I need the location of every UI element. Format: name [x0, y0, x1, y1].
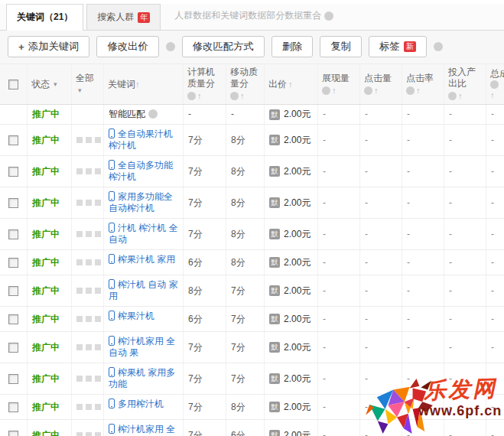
default-bid-badge: 默 — [269, 257, 280, 268]
keyword-link[interactable]: 全自动多功能榨汁机 — [109, 160, 173, 182]
ctr-value: - — [407, 109, 410, 120]
keyword-link[interactable]: 榨果汁机 家用 — [118, 254, 175, 265]
mobile-device-icon — [109, 336, 115, 346]
chevron-down-icon[interactable]: ▾ — [54, 79, 57, 90]
keyword-link[interactable]: 智能匹配 — [109, 109, 145, 119]
tag-button[interactable]: 标签 新 — [369, 36, 427, 57]
sort-asc-icon[interactable]: ↑ — [197, 90, 202, 102]
row-checkbox[interactable] — [8, 167, 18, 177]
tab-keywords[interactable]: 关键词（21） — [6, 4, 83, 31]
header-roi[interactable]: 投入产出比 ↑ — [444, 64, 486, 104]
row-checkbox[interactable] — [8, 229, 18, 239]
row-checkbox[interactable] — [8, 135, 18, 145]
platform-indicator-squares — [76, 231, 101, 237]
turnover-cell: - — [486, 275, 504, 306]
row-checkbox[interactable] — [8, 198, 18, 208]
header-scope[interactable]: 全部 ▾ — [72, 64, 104, 104]
keyword-cell: 榨汁机 自动 家用 — [104, 275, 184, 306]
roi-value: - — [449, 430, 452, 436]
header-status-label: 状态 — [31, 79, 50, 90]
row-checkbox-cell — [0, 105, 28, 124]
sort-asc-icon[interactable]: ↑ — [135, 80, 140, 89]
bid-cell: 默 2.00元 — [265, 395, 318, 419]
bid-cell: 默 2.00元 — [265, 105, 318, 124]
info-icon — [166, 42, 175, 51]
header-bid[interactable]: 出价 ↑ — [265, 64, 318, 104]
edit-match-type-button[interactable]: 修改匹配方式 — [182, 36, 265, 57]
delete-button[interactable]: 删除 — [272, 36, 314, 57]
pc-score-cell: 7分 — [184, 187, 226, 218]
default-bid-badge: 默 — [269, 166, 280, 177]
header-pc-score[interactable]: 计算机质量分 ↑ — [184, 64, 226, 104]
impressions-cell: - — [318, 156, 360, 187]
row-checkbox[interactable] — [8, 314, 18, 324]
info-icon — [364, 86, 372, 95]
header-status[interactable]: 状态 ▾ — [28, 64, 72, 104]
pc-score: 7分 — [188, 402, 203, 413]
mobile-score-cell: 8分 — [226, 219, 265, 249]
keyword-link[interactable]: 榨汁机 自动 家用 — [109, 279, 178, 301]
keyword-link[interactable]: 全自动果汁机榨汁机 — [109, 129, 173, 151]
row-checkbox[interactable] — [8, 402, 18, 412]
turnover-cell: - — [486, 307, 504, 331]
impressions-cell: - — [318, 250, 360, 275]
sort-asc-icon[interactable]: ↑ — [374, 85, 379, 96]
header-keyword-label: 关键词 — [108, 79, 135, 89]
ctr-value: - — [407, 229, 410, 240]
sort-asc-icon[interactable]: ↑ — [332, 85, 337, 96]
copy-button[interactable]: 复制 — [320, 36, 362, 57]
row-checkbox[interactable] — [8, 431, 18, 436]
ctr-cell: - — [402, 219, 444, 249]
header-ctr[interactable]: 点击率 ↑ — [402, 64, 444, 104]
tab-search-audience[interactable]: 搜索人群 年 — [86, 4, 161, 30]
keyword-link[interactable]: 多用榨汁机 — [118, 399, 164, 409]
scope-cell — [72, 156, 104, 187]
ctr-cell: - — [402, 420, 444, 436]
clicks-cell: - — [360, 125, 402, 155]
sort-asc-icon[interactable]: ↑ — [490, 89, 495, 101]
ctr-value: - — [407, 402, 410, 413]
keyword-link[interactable]: 汁机 榨汁机 全自动 — [109, 223, 178, 245]
sort-asc-icon[interactable]: ↑ — [458, 90, 463, 102]
info-icon — [434, 42, 443, 51]
add-keyword-button[interactable]: + 添加关键词 — [8, 36, 89, 57]
clicks-value: - — [365, 373, 368, 385]
header-clicks[interactable]: 点击量 ↑ — [360, 64, 402, 104]
pc-score-cell: 7分 — [184, 332, 226, 363]
mobile-device-icon — [109, 129, 115, 138]
row-checkbox[interactable] — [8, 286, 18, 296]
mobile-score-cell: - — [226, 105, 265, 124]
header-bid-label: 出价 — [268, 79, 287, 90]
impressions-value: - — [323, 197, 326, 209]
roi-value: - — [449, 342, 452, 353]
chevron-down-icon[interactable]: ▾ — [78, 85, 82, 96]
turnover-cell: - — [486, 420, 504, 436]
platform-indicator-squares — [76, 404, 101, 410]
keyword-link[interactable]: 榨汁机家用 全自动 果 — [109, 336, 175, 358]
scope-cell — [72, 125, 104, 155]
select-all-checkbox[interactable] — [8, 80, 18, 89]
keyword-link[interactable]: 榨果汁机 — [118, 311, 154, 321]
header-keyword[interactable]: 关键词↑ — [104, 64, 184, 104]
row-checkbox-cell — [0, 363, 28, 394]
keyword-link[interactable]: 榨汁机家用 全自动家 — [109, 424, 175, 436]
sort-asc-icon[interactable]: ↑ — [416, 85, 421, 96]
status-badge: 推广中 — [32, 257, 60, 268]
platform-indicator-squares — [76, 168, 101, 174]
sort-asc-icon[interactable]: ↑ — [288, 79, 293, 90]
keyword-link[interactable]: 家用多功能全自动榨汁机 — [109, 191, 173, 213]
keyword-link[interactable]: 榨果机 家用多功能 — [109, 367, 175, 389]
sort-asc-icon[interactable]: ↑ — [240, 90, 245, 102]
platform-indicator-squares — [76, 200, 101, 206]
roi-value: - — [449, 285, 452, 297]
header-turnover[interactable]: 总成交 ↑ — [486, 64, 504, 104]
table-row: 推广中 智能匹配 - - 默 2.00元 - - - - - — [0, 105, 504, 125]
row-checkbox-cell — [0, 275, 28, 306]
row-checkbox[interactable] — [8, 374, 18, 384]
header-mobile-score[interactable]: 移动质量分 ↑ — [226, 64, 265, 104]
edit-bid-button[interactable]: 修改出价 — [96, 36, 158, 57]
header-impressions[interactable]: 展现量 ↑ — [318, 64, 360, 104]
roi-value: - — [449, 135, 452, 146]
row-checkbox[interactable] — [8, 343, 18, 353]
row-checkbox[interactable] — [8, 258, 18, 268]
